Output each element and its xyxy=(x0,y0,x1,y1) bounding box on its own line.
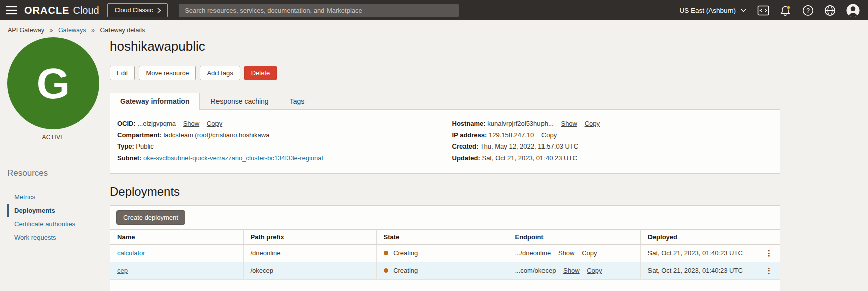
hostname-value: kunalvrpjrf2oi53huph... xyxy=(487,120,554,127)
ip-address-value: 129.158.247.10 xyxy=(489,131,534,139)
cloud-classic-label: Cloud Classic xyxy=(115,7,153,14)
top-navigation-bar: ORACLE Cloud Cloud Classic US East (Ashb… xyxy=(0,0,868,20)
ocid-value: ...elzjgvpqma xyxy=(137,120,176,127)
brand-oracle: ORACLE xyxy=(24,5,69,16)
creating-status-dot-icon xyxy=(384,251,388,255)
sidebar-item-certificate-authorities[interactable]: Certificate authorities xyxy=(7,217,99,231)
path-prefix-value: /okecep xyxy=(251,267,274,274)
ip-copy-link[interactable]: Copy xyxy=(541,131,557,139)
column-header-name: Name xyxy=(110,229,243,244)
hostname-copy-link[interactable]: Copy xyxy=(585,120,600,127)
oci-console-page: ORACLE Cloud Cloud Classic US East (Ashb… xyxy=(0,0,868,291)
add-tags-button[interactable]: Add tags xyxy=(200,66,240,80)
sidebar-item-deployments[interactable]: Deployments xyxy=(7,204,99,217)
created-row: Created: Thu, May 12, 2022, 11:57:03 UTC xyxy=(452,143,780,150)
created-label: Created: xyxy=(452,142,479,150)
endpoint-copy-link[interactable]: Copy xyxy=(587,267,602,274)
create-deployment-button[interactable]: Create deployment xyxy=(116,210,185,225)
hamburger-menu-icon[interactable] xyxy=(5,6,17,15)
sidebar-divider xyxy=(7,185,99,185)
subnet-label: Subnet: xyxy=(117,154,141,162)
chevron-right-icon xyxy=(157,8,161,13)
subnet-row: Subnet: oke-svclbsubnet-quick-verrazzano… xyxy=(117,155,445,162)
column-header-state: State xyxy=(376,229,508,244)
table-row: calculator /dneonline Creating .../dneon… xyxy=(110,244,780,262)
deployed-value: Sat, Oct 21, 2023, 01:40:23 UTC xyxy=(648,267,743,274)
type-value: Public xyxy=(136,142,153,150)
endpoint-copy-link[interactable]: Copy xyxy=(582,249,597,257)
resources-sidebar: Resources Metrics Deployments Certificat… xyxy=(7,168,110,244)
state-value: Creating xyxy=(393,267,418,274)
deployment-name-link[interactable]: calculator xyxy=(117,249,145,257)
language-globe-icon[interactable] xyxy=(824,5,836,16)
ocid-row: OCID: ...elzjgvpqma Show Copy xyxy=(117,120,445,127)
region-selector[interactable]: US East (Ashburn) xyxy=(679,7,747,14)
deployments-toolbar: Create deployment xyxy=(110,206,780,229)
help-icon[interactable]: ? xyxy=(802,5,814,16)
subnet-link[interactable]: oke-svclbsubnet-quick-verrazzano_cluster… xyxy=(143,154,323,162)
deployment-name-link[interactable]: cep xyxy=(117,267,128,274)
row-actions-menu-icon[interactable]: ⋮ xyxy=(765,249,777,257)
column-header-endpoint: Endpoint xyxy=(508,229,640,244)
hostname-show-link[interactable]: Show xyxy=(561,120,577,127)
page-body: G ACTIVE Resources Metrics Deployments C… xyxy=(0,34,868,291)
deployments-panel: Create deployment Name Path prefix State… xyxy=(110,205,780,291)
updated-row: Updated: Sat, Oct 21, 2023, 01:40:23 UTC xyxy=(452,155,780,162)
column-header-deployed: Deployed xyxy=(640,229,758,244)
developer-tools-icon[interactable] xyxy=(757,5,769,16)
breadcrumb-separator: » xyxy=(49,27,53,34)
compartment-row: Compartment: ladcsteam (root)/cristiano.… xyxy=(117,132,445,139)
info-column-left: OCID: ...elzjgvpqma Show Copy Compartmen… xyxy=(110,120,445,166)
created-value: Thu, May 12, 2022, 11:57:03 UTC xyxy=(480,142,579,150)
sidebar-item-metrics[interactable]: Metrics xyxy=(7,190,99,204)
ocid-show-link[interactable]: Show xyxy=(183,120,200,127)
hostname-row: Hostname: kunalvrpjrf2oi53huph... Show C… xyxy=(452,120,780,127)
updated-value: Sat, Oct 21, 2023, 01:40:23 UTC xyxy=(482,154,577,162)
search-input[interactable] xyxy=(179,4,459,17)
breadcrumb-separator: » xyxy=(91,27,95,34)
move-resource-button[interactable]: Move resource xyxy=(139,66,196,80)
ocid-copy-link[interactable]: Copy xyxy=(207,120,222,127)
region-label: US East (Ashburn) xyxy=(679,7,736,14)
tab-tags[interactable]: Tags xyxy=(279,93,315,109)
endpoint-show-link[interactable]: Show xyxy=(563,267,580,274)
ip-address-row: IP address: 129.158.247.10 Copy xyxy=(452,132,780,139)
detail-tabs: Gateway information Response caching Tag… xyxy=(110,93,780,109)
compartment-label: Compartment: xyxy=(117,131,162,139)
row-actions-menu-icon[interactable]: ⋮ xyxy=(765,266,777,275)
breadcrumb-gateways-link[interactable]: Gateways xyxy=(58,27,86,34)
resource-actions: Edit Move resource Add tags Delete xyxy=(110,66,780,80)
resources-heading: Resources xyxy=(7,168,99,178)
endpoint-value: ...com/okecep xyxy=(515,267,556,274)
column-header-path-prefix: Path prefix xyxy=(243,229,376,244)
path-prefix-value: /dneonline xyxy=(251,249,281,257)
cloud-classic-button[interactable]: Cloud Classic xyxy=(107,3,168,17)
tab-response-caching[interactable]: Response caching xyxy=(200,93,279,109)
delete-button[interactable]: Delete xyxy=(244,66,277,80)
table-header-row: Name Path prefix State Endpoint Deployed xyxy=(110,229,780,244)
topbar-right-controls: US East (Ashburn) ? xyxy=(679,4,860,17)
deployments-heading: Deployments xyxy=(110,185,780,199)
tab-gateway-information[interactable]: Gateway information xyxy=(110,93,200,110)
compartment-value: ladcsteam (root)/cristiano.hoshikawa xyxy=(163,131,269,139)
table-row: cep /okecep Creating ...com/okecep Show … xyxy=(110,262,780,279)
ip-address-label: IP address: xyxy=(452,131,487,139)
endpoint-show-link[interactable]: Show xyxy=(558,249,575,257)
breadcrumb: API Gateway » Gateways » Gateway details xyxy=(0,20,868,34)
updated-label: Updated: xyxy=(452,154,480,162)
ocid-label: OCID: xyxy=(117,120,136,127)
edit-button[interactable]: Edit xyxy=(110,66,135,80)
state-value: Creating xyxy=(393,249,418,257)
left-column: G ACTIVE Resources Metrics Deployments C… xyxy=(7,34,110,291)
user-avatar-icon[interactable] xyxy=(846,4,860,17)
brand-cloud: Cloud xyxy=(73,5,99,16)
sidebar-item-work-requests[interactable]: Work requests xyxy=(7,231,99,244)
avatar-letter: G xyxy=(37,59,70,108)
gateway-information-panel: OCID: ...elzjgvpqma Show Copy Compartmen… xyxy=(110,109,780,174)
notifications-bell-icon[interactable] xyxy=(780,5,792,16)
oracle-cloud-logo[interactable]: ORACLE Cloud xyxy=(24,5,99,16)
column-header-actions xyxy=(758,229,780,244)
type-label: Type: xyxy=(117,142,134,150)
svg-text:?: ? xyxy=(806,7,810,14)
breadcrumb-api-gateway: API Gateway xyxy=(8,27,44,34)
